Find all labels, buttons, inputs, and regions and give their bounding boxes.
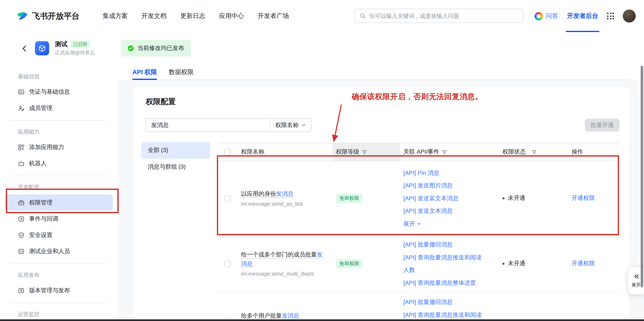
api-link[interactable]: [API] 查询批量消息整体进度 xyxy=(404,276,476,289)
nav-item-docs[interactable]: 开发文档 xyxy=(142,12,166,20)
robot-icon xyxy=(18,160,24,167)
nav-right: 问答 开发者后台 xyxy=(534,0,636,32)
cube-icon xyxy=(37,43,47,53)
api-link[interactable]: [API] 查询批量消息推送和阅读人数 xyxy=(404,251,482,276)
nav-item-app-center[interactable]: 应用中心 xyxy=(219,12,244,20)
status-dot xyxy=(502,262,504,264)
sidebar-item-credentials[interactable]: 凭证与基础信息 xyxy=(5,84,113,100)
api-link[interactable]: [API] Pin 消息 xyxy=(404,166,440,179)
user-avatar[interactable] xyxy=(623,10,636,22)
sidebar-item-bot[interactable]: 机器人 xyxy=(5,155,113,172)
row-checkbox[interactable] xyxy=(224,260,230,267)
filter-funnel-icon[interactable] xyxy=(442,149,447,155)
top-nav: 飞书开放平台 集成方案 开发文档 更新日志 应用中心 开发者广场 问答 开发者后… xyxy=(0,0,644,32)
expand-apis-link[interactable]: 展开 xyxy=(404,217,421,230)
id-card-icon xyxy=(18,88,24,95)
api-link[interactable]: [API] 批量撤回消息 xyxy=(404,238,452,251)
filter-message-group[interactable]: 消息与群组 (3) xyxy=(141,159,210,175)
page-title: 权限配置 xyxy=(146,96,176,106)
sidebar-item-label: 事件与回调 xyxy=(29,215,58,222)
permission-name-link[interactable]: 发消息 xyxy=(276,190,294,197)
permission-card: 权限配置 权限名称 批量开通 全部 (3) 消息与群组 (3) 权限名称 权限等… xyxy=(132,86,630,321)
permissions-table: 权限名称 权限等级 关联 API/事件 权限状态 操作 以应用的身份发消息 xyxy=(219,143,620,321)
sidebar-item-security[interactable]: 安全设置 xyxy=(5,227,113,243)
sidebar-divider xyxy=(10,264,108,264)
screen-edge-bar xyxy=(0,319,644,321)
chevron-left-icon xyxy=(20,45,28,52)
console-link[interactable]: 开发者后台 xyxy=(567,0,598,32)
filter-label: 消息与群组 (3) xyxy=(148,163,186,171)
api-link[interactable]: [API] 发送图片消息 xyxy=(404,179,452,192)
sidebar-item-add-capability[interactable]: 添加应用能力 xyxy=(5,139,113,155)
header-permission-status: 权限状态 xyxy=(502,148,526,156)
sidebar-item-label: 测试企业和人员 xyxy=(29,248,70,255)
sidebar-divider xyxy=(10,303,108,303)
user-edit-icon xyxy=(18,105,24,111)
api-link[interactable]: [API] 查询批量消息推送和阅读 xyxy=(404,308,482,321)
tab-label: 数据权限 xyxy=(168,68,194,76)
sidebar-section-capability: 应用能力 xyxy=(0,125,118,139)
app-icon xyxy=(35,41,49,55)
select-all-checkbox[interactable] xyxy=(224,149,230,155)
permission-code: im:message:send_multi_depts xyxy=(241,270,324,278)
apps-grid-icon[interactable] xyxy=(607,12,614,20)
app-identity: 测试 已启用 正式应用@环界云 xyxy=(35,40,95,56)
permission-search-group: 权限名称 xyxy=(146,118,312,132)
app-meta: 测试 已启用 正式应用@环界云 xyxy=(55,40,95,56)
filter-funnel-icon[interactable] xyxy=(532,149,537,155)
qa-link[interactable]: 问答 xyxy=(534,12,558,20)
permission-name: 给一个或多个部门的成员批量发消息 xyxy=(241,250,324,268)
nav-item-integrations[interactable]: 集成方案 xyxy=(103,12,128,20)
tab-api-permission[interactable]: API 权限 xyxy=(132,64,157,80)
page: 飞书开放平台 集成方案 开发文档 更新日志 应用中心 开发者广场 问答 开发者后… xyxy=(0,0,644,321)
permission-name-link[interactable]: 发消息 xyxy=(282,312,299,319)
brand[interactable]: 飞书开放平台 xyxy=(16,10,80,22)
level-badge: 免审权限 xyxy=(336,259,362,268)
api-link[interactable]: [API] 发送富文本消息 xyxy=(404,192,458,205)
filter-funnel-icon[interactable] xyxy=(362,149,367,155)
row-checkbox[interactable] xyxy=(224,195,230,201)
permission-search-input[interactable] xyxy=(146,119,270,132)
header-action: 操作 xyxy=(572,148,583,156)
search-type-select[interactable]: 权限名称 xyxy=(270,119,311,132)
app-subtitle: 正式应用@环界云 xyxy=(55,49,95,56)
filter-all[interactable]: 全部 (3) xyxy=(141,142,210,159)
annotation-arrow xyxy=(328,103,346,145)
briefcase-icon xyxy=(18,199,24,206)
back-button[interactable] xyxy=(19,43,29,53)
sidebar-item-members[interactable]: 成员管理 xyxy=(5,100,113,116)
square-arrow-icon xyxy=(18,216,24,222)
header-related-api: 关联 API/事件 xyxy=(404,148,440,156)
sidebar-item-version-release[interactable]: 版本管理与发布 xyxy=(5,282,113,298)
sidebar-section-release: 应用发布 xyxy=(0,268,118,282)
publish-status-text: 当前修改均已发布 xyxy=(138,44,184,52)
search-icon xyxy=(360,13,366,19)
brand-name: 飞书开放平台 xyxy=(32,10,80,22)
header-permission-name: 权限名称 xyxy=(241,148,264,156)
upload-square-icon xyxy=(18,287,24,294)
sidebar-item-test-org[interactable]: 测试企业和人员 xyxy=(5,243,113,260)
tab-label: API 权限 xyxy=(132,68,157,76)
nav-search-input[interactable] xyxy=(369,13,518,19)
check-circle-icon xyxy=(128,45,134,52)
status-text: 未开通 xyxy=(508,194,525,202)
nav-item-changelog[interactable]: 更新日志 xyxy=(180,12,205,20)
api-link[interactable]: [API] 发送文本消息 xyxy=(404,205,452,217)
grid-plus-icon xyxy=(18,144,24,150)
sidebar-divider xyxy=(10,176,108,176)
batch-open-button[interactable]: 批量开通 xyxy=(585,119,620,132)
tab-data-permission[interactable]: 数据权限 xyxy=(168,64,194,80)
open-permission-link[interactable]: 开通权限 xyxy=(572,194,595,202)
sidebar-item-permissions[interactable]: 权限管理 xyxy=(5,194,113,211)
nav-search[interactable] xyxy=(354,9,523,23)
filter-label: 全部 (3) xyxy=(148,146,168,154)
app-header: 测试 已启用 正式应用@环界云 当前修改均已发布 xyxy=(0,32,644,64)
sidebar-item-events[interactable]: 事件与回调 xyxy=(5,211,113,227)
api-link[interactable]: [API] 批量撤回消息 xyxy=(404,296,452,308)
nav-item-dev-plaza[interactable]: 开发者广场 xyxy=(258,12,289,20)
nav-menu: 集成方案 开发文档 更新日志 应用中心 开发者广场 xyxy=(103,12,289,20)
open-permission-link[interactable]: 开通权限 xyxy=(572,260,595,267)
sidebar-item-label: 添加应用能力 xyxy=(29,144,64,151)
scrollbar[interactable] xyxy=(641,66,643,287)
table-row: 给多个用户批量发消息 [API] 批量撤回消息 [API] 查询批量消息推送和阅… xyxy=(219,292,620,321)
